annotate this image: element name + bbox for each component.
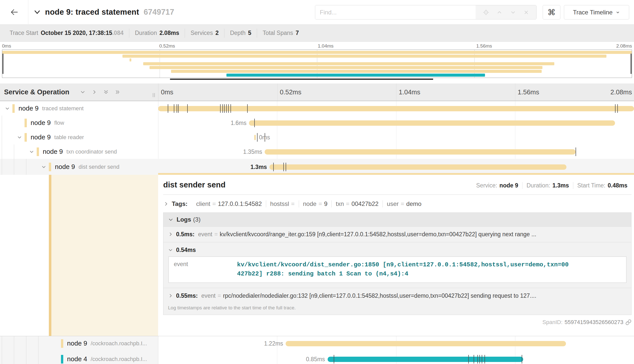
collapse-one-icon[interactable] <box>79 89 86 95</box>
tag-item[interactable]: user=demo <box>383 200 426 207</box>
span-row-timeline[interactable]: 1.35ms <box>158 144 634 159</box>
span-row-timeline[interactable]: 0.85ms <box>158 351 634 364</box>
span-row-timeline[interactable]: 1.22ms <box>158 336 634 351</box>
service-name: node 9 <box>18 104 39 112</box>
trace-start: Trace Start October 15 2020, 17:38:15.08… <box>4 30 129 36</box>
tag-item[interactable]: node=9 <box>299 200 332 207</box>
log-entry[interactable]: 0.55ms:event=rpc/nodedialer/nodedialer.g… <box>163 288 631 304</box>
span-color-band <box>49 175 51 336</box>
expanded-span-accent <box>158 173 634 175</box>
minimap-span-bar[interactable] <box>150 66 542 69</box>
span-bar[interactable] <box>158 106 634 111</box>
expand-all-icon[interactable] <box>114 89 121 95</box>
span-row[interactable]: node 9txn coordinator send1.35ms <box>0 144 634 159</box>
minimap-time-label: 2.08ms <box>616 43 632 49</box>
chevron-down-icon[interactable] <box>16 134 23 140</box>
chevron-down-icon[interactable] <box>4 105 10 112</box>
find-input[interactable] <box>315 5 476 19</box>
collapse-all-icon[interactable] <box>103 89 109 95</box>
tag-key: user <box>387 200 399 207</box>
log-entry-expanded-header[interactable]: 0.54ms <box>163 242 631 256</box>
span-bar[interactable] <box>328 357 523 362</box>
log-marker-tick <box>283 163 284 171</box>
log-entry[interactable]: 0.5ms:event=kv/kvclient/kvcoord/range_it… <box>163 226 631 242</box>
log-marker-tick <box>254 119 255 127</box>
span-row[interactable]: node 9flow1.6ms <box>0 116 634 130</box>
span-row-timeline[interactable]: 1.3ms <box>158 159 634 175</box>
operation-name: /cockroach.roachpb.I... <box>91 356 147 362</box>
close-icon[interactable] <box>523 9 529 15</box>
minimap-span-bar[interactable] <box>226 74 485 77</box>
span-id-label: SpanID: <box>542 319 563 326</box>
column-resize-grip[interactable] <box>153 93 155 97</box>
trace-view-selector[interactable]: Trace Timeline <box>564 5 629 19</box>
trace-title-group: node 9: traced statement 6749717 <box>33 0 174 24</box>
span-row[interactable]: node 9dist sender send1.3ms <box>0 159 634 175</box>
chevron-up-icon[interactable] <box>496 9 503 16</box>
span-row[interactable]: node 9traced statement <box>0 101 634 116</box>
chevron-down-icon[interactable] <box>41 164 47 170</box>
arrow-left-icon <box>10 8 18 16</box>
chevron-right-icon[interactable] <box>168 293 173 298</box>
logs-header[interactable]: Logs (3) <box>163 213 631 226</box>
span-bar[interactable] <box>269 164 566 170</box>
minimap-span-bar[interactable] <box>130 58 131 61</box>
back-button[interactable] <box>0 0 28 24</box>
collapse-title-chevron-icon[interactable] <box>33 8 41 16</box>
span-detail-header: dist sender send Service:node 9Duration:… <box>163 180 631 189</box>
chevron-right-icon[interactable] <box>163 201 169 207</box>
tags-row[interactable]: Tags: client=127.0.0.1:54582hostssl=node… <box>163 200 631 207</box>
chevron-down-icon[interactable] <box>29 149 35 155</box>
minimap-left-handle[interactable] <box>2 54 4 74</box>
locate-icon[interactable] <box>483 9 489 16</box>
tags-list: client=127.0.0.1:54582hostssl=node=9txn=… <box>192 200 426 207</box>
span-row[interactable]: node 9table reader0ms <box>0 130 634 144</box>
span-bar[interactable] <box>265 149 575 155</box>
span-row[interactable]: node 4/cockroach.roachpb.I...0.85ms <box>0 351 634 364</box>
span-duration-label: 0.85ms <box>306 356 325 363</box>
indent-guide <box>26 336 26 351</box>
span-row-timeline[interactable]: 0ms <box>158 130 634 144</box>
minimap-scroll-indicator[interactable] <box>170 79 433 80</box>
minimap-time-label: 0ms <box>2 43 11 49</box>
minimap-canvas[interactable] <box>2 50 632 78</box>
indent-guide <box>2 116 2 130</box>
span-row-timeline[interactable]: 1.6ms <box>158 116 634 130</box>
tag-item[interactable]: hostssl= <box>266 200 299 207</box>
span-meta-item: Duration:1.3ms <box>522 182 573 189</box>
span-row-timeline[interactable] <box>158 101 634 116</box>
span-bar[interactable] <box>249 120 615 126</box>
indent-guide <box>2 144 2 159</box>
span-row-left: node 9table reader <box>0 130 158 144</box>
service-color-bar <box>61 355 63 363</box>
expand-one-icon[interactable] <box>91 89 98 95</box>
span-detail-title: dist sender send <box>163 180 225 189</box>
log-timestamp: 0.5ms: <box>176 231 195 238</box>
span-rows-area: node 9traced statementnode 9flow1.6msnod… <box>0 101 634 364</box>
log-marker-tick <box>482 355 482 363</box>
trace-services: Services 2 <box>185 29 224 38</box>
chevron-down-icon[interactable] <box>168 247 173 252</box>
tag-value: 9 <box>324 200 327 207</box>
minimap-span-bar[interactable] <box>143 62 554 65</box>
tag-item[interactable]: client=127.0.0.1:54582 <box>192 200 266 207</box>
span-duration-label: 1.35ms <box>243 148 262 155</box>
service-color-bar <box>61 339 63 348</box>
chevron-right-icon[interactable] <box>168 232 173 237</box>
span-duration-label: 0ms <box>259 134 270 141</box>
keyboard-shortcuts-button[interactable]: ⌘ <box>543 5 560 19</box>
span-bar[interactable] <box>254 135 256 140</box>
span-meta-value: 0.48ms <box>608 182 627 189</box>
link-icon[interactable] <box>625 319 631 325</box>
tag-item[interactable]: txn=00427b22 <box>331 200 383 207</box>
minimap-span-bar[interactable] <box>122 55 606 58</box>
indent-guide <box>2 336 2 351</box>
span-bar[interactable] <box>286 341 566 346</box>
minimap-span-bar[interactable] <box>171 70 542 73</box>
chevron-down-icon <box>168 217 174 222</box>
log-field-key: event <box>201 292 216 299</box>
chevron-down-icon[interactable] <box>510 9 516 16</box>
minimap-right-handle[interactable] <box>630 54 632 74</box>
minimap-span-bar[interactable] <box>2 51 632 54</box>
span-row[interactable]: node 9/cockroach.roachpb.I...1.22ms <box>0 336 634 351</box>
